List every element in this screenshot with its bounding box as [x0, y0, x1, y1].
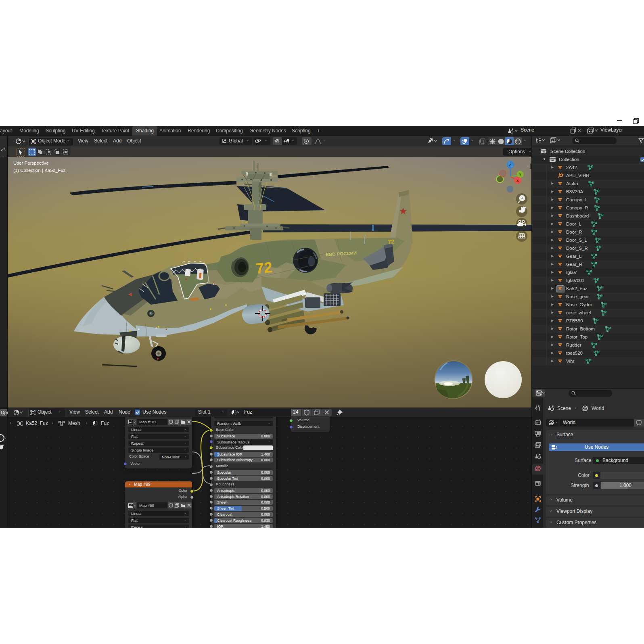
svg-text:72: 72 — [255, 259, 273, 277]
svg-text:X: X — [516, 178, 519, 183]
svg-text:Y: Y — [519, 173, 521, 177]
svg-text:‹: ‹ — [527, 164, 529, 168]
svg-text:User Perspective: User Perspective — [13, 161, 49, 165]
svg-text:(1) Collection | Ka52_Fuz: (1) Collection | Ka52_Fuz — [13, 168, 66, 173]
svg-text:Z: Z — [509, 163, 511, 167]
